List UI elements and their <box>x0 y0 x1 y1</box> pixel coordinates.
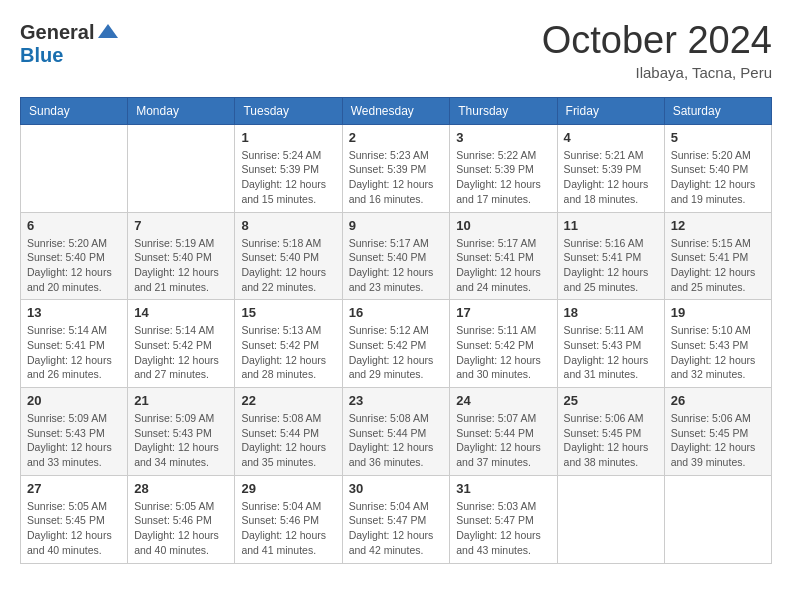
calendar-cell: 6Sunrise: 5:20 AMSunset: 5:40 PMDaylight… <box>21 212 128 300</box>
day-info: Sunrise: 5:17 AMSunset: 5:40 PMDaylight:… <box>349 236 444 295</box>
day-info: Sunrise: 5:08 AMSunset: 5:44 PMDaylight:… <box>349 411 444 470</box>
day-info: Sunrise: 5:11 AMSunset: 5:42 PMDaylight:… <box>456 323 550 382</box>
day-info: Sunrise: 5:04 AMSunset: 5:47 PMDaylight:… <box>349 499 444 558</box>
calendar-cell: 22Sunrise: 5:08 AMSunset: 5:44 PMDayligh… <box>235 388 342 476</box>
day-info: Sunrise: 5:20 AMSunset: 5:40 PMDaylight:… <box>671 148 765 207</box>
day-number: 10 <box>456 218 550 233</box>
day-number: 14 <box>134 305 228 320</box>
day-number: 22 <box>241 393 335 408</box>
calendar-cell: 21Sunrise: 5:09 AMSunset: 5:43 PMDayligh… <box>128 388 235 476</box>
day-info: Sunrise: 5:03 AMSunset: 5:47 PMDaylight:… <box>456 499 550 558</box>
day-number: 15 <box>241 305 335 320</box>
day-number: 24 <box>456 393 550 408</box>
day-number: 11 <box>564 218 658 233</box>
day-number: 19 <box>671 305 765 320</box>
calendar-cell: 14Sunrise: 5:14 AMSunset: 5:42 PMDayligh… <box>128 300 235 388</box>
calendar-cell: 10Sunrise: 5:17 AMSunset: 5:41 PMDayligh… <box>450 212 557 300</box>
day-number: 4 <box>564 130 658 145</box>
day-number: 6 <box>27 218 121 233</box>
day-number: 28 <box>134 481 228 496</box>
logo-blue: Blue <box>20 44 63 67</box>
logo-general: General <box>20 21 94 44</box>
day-number: 9 <box>349 218 444 233</box>
location: Ilabaya, Tacna, Peru <box>542 64 772 81</box>
day-info: Sunrise: 5:14 AMSunset: 5:41 PMDaylight:… <box>27 323 121 382</box>
day-number: 31 <box>456 481 550 496</box>
day-number: 2 <box>349 130 444 145</box>
calendar-cell: 5Sunrise: 5:20 AMSunset: 5:40 PMDaylight… <box>664 124 771 212</box>
calendar-cell: 2Sunrise: 5:23 AMSunset: 5:39 PMDaylight… <box>342 124 450 212</box>
day-number: 18 <box>564 305 658 320</box>
day-number: 29 <box>241 481 335 496</box>
header-sunday: Sunday <box>21 97 128 124</box>
day-info: Sunrise: 5:23 AMSunset: 5:39 PMDaylight:… <box>349 148 444 207</box>
day-number: 7 <box>134 218 228 233</box>
calendar-cell: 11Sunrise: 5:16 AMSunset: 5:41 PMDayligh… <box>557 212 664 300</box>
day-number: 8 <box>241 218 335 233</box>
day-number: 27 <box>27 481 121 496</box>
day-number: 3 <box>456 130 550 145</box>
calendar-cell: 20Sunrise: 5:09 AMSunset: 5:43 PMDayligh… <box>21 388 128 476</box>
header-wednesday: Wednesday <box>342 97 450 124</box>
header-friday: Friday <box>557 97 664 124</box>
week-row-1: 1Sunrise: 5:24 AMSunset: 5:39 PMDaylight… <box>21 124 772 212</box>
day-number: 16 <box>349 305 444 320</box>
week-row-5: 27Sunrise: 5:05 AMSunset: 5:45 PMDayligh… <box>21 475 772 563</box>
day-info: Sunrise: 5:05 AMSunset: 5:45 PMDaylight:… <box>27 499 121 558</box>
day-number: 12 <box>671 218 765 233</box>
header-monday: Monday <box>128 97 235 124</box>
calendar-cell: 26Sunrise: 5:06 AMSunset: 5:45 PMDayligh… <box>664 388 771 476</box>
calendar-cell <box>557 475 664 563</box>
header-thursday: Thursday <box>450 97 557 124</box>
calendar-cell: 4Sunrise: 5:21 AMSunset: 5:39 PMDaylight… <box>557 124 664 212</box>
week-row-4: 20Sunrise: 5:09 AMSunset: 5:43 PMDayligh… <box>21 388 772 476</box>
calendar-cell: 29Sunrise: 5:04 AMSunset: 5:46 PMDayligh… <box>235 475 342 563</box>
day-info: Sunrise: 5:20 AMSunset: 5:40 PMDaylight:… <box>27 236 121 295</box>
day-number: 30 <box>349 481 444 496</box>
day-number: 26 <box>671 393 765 408</box>
day-info: Sunrise: 5:10 AMSunset: 5:43 PMDaylight:… <box>671 323 765 382</box>
calendar-cell: 13Sunrise: 5:14 AMSunset: 5:41 PMDayligh… <box>21 300 128 388</box>
calendar-cell: 18Sunrise: 5:11 AMSunset: 5:43 PMDayligh… <box>557 300 664 388</box>
day-info: Sunrise: 5:19 AMSunset: 5:40 PMDaylight:… <box>134 236 228 295</box>
calendar-cell: 17Sunrise: 5:11 AMSunset: 5:42 PMDayligh… <box>450 300 557 388</box>
day-info: Sunrise: 5:04 AMSunset: 5:46 PMDaylight:… <box>241 499 335 558</box>
day-info: Sunrise: 5:24 AMSunset: 5:39 PMDaylight:… <box>241 148 335 207</box>
calendar-cell: 30Sunrise: 5:04 AMSunset: 5:47 PMDayligh… <box>342 475 450 563</box>
day-info: Sunrise: 5:18 AMSunset: 5:40 PMDaylight:… <box>241 236 335 295</box>
day-info: Sunrise: 5:13 AMSunset: 5:42 PMDaylight:… <box>241 323 335 382</box>
svg-marker-0 <box>98 24 118 38</box>
calendar-cell: 27Sunrise: 5:05 AMSunset: 5:45 PMDayligh… <box>21 475 128 563</box>
calendar-header-row: SundayMondayTuesdayWednesdayThursdayFrid… <box>21 97 772 124</box>
calendar-cell: 31Sunrise: 5:03 AMSunset: 5:47 PMDayligh… <box>450 475 557 563</box>
calendar-cell: 28Sunrise: 5:05 AMSunset: 5:46 PMDayligh… <box>128 475 235 563</box>
calendar-cell: 16Sunrise: 5:12 AMSunset: 5:42 PMDayligh… <box>342 300 450 388</box>
day-info: Sunrise: 5:08 AMSunset: 5:44 PMDaylight:… <box>241 411 335 470</box>
calendar-cell: 12Sunrise: 5:15 AMSunset: 5:41 PMDayligh… <box>664 212 771 300</box>
day-number: 13 <box>27 305 121 320</box>
week-row-2: 6Sunrise: 5:20 AMSunset: 5:40 PMDaylight… <box>21 212 772 300</box>
calendar-cell: 1Sunrise: 5:24 AMSunset: 5:39 PMDaylight… <box>235 124 342 212</box>
day-number: 20 <box>27 393 121 408</box>
day-number: 25 <box>564 393 658 408</box>
calendar-cell: 15Sunrise: 5:13 AMSunset: 5:42 PMDayligh… <box>235 300 342 388</box>
day-info: Sunrise: 5:15 AMSunset: 5:41 PMDaylight:… <box>671 236 765 295</box>
day-info: Sunrise: 5:21 AMSunset: 5:39 PMDaylight:… <box>564 148 658 207</box>
calendar-cell: 23Sunrise: 5:08 AMSunset: 5:44 PMDayligh… <box>342 388 450 476</box>
page-header: General Blue October 2024 Ilabaya, Tacna… <box>20 20 772 81</box>
day-info: Sunrise: 5:14 AMSunset: 5:42 PMDaylight:… <box>134 323 228 382</box>
day-info: Sunrise: 5:06 AMSunset: 5:45 PMDaylight:… <box>564 411 658 470</box>
day-info: Sunrise: 5:05 AMSunset: 5:46 PMDaylight:… <box>134 499 228 558</box>
logo: General Blue <box>20 20 120 67</box>
header-saturday: Saturday <box>664 97 771 124</box>
calendar-cell: 7Sunrise: 5:19 AMSunset: 5:40 PMDaylight… <box>128 212 235 300</box>
day-info: Sunrise: 5:07 AMSunset: 5:44 PMDaylight:… <box>456 411 550 470</box>
month-title: October 2024 <box>542 20 772 62</box>
day-number: 23 <box>349 393 444 408</box>
calendar-cell: 8Sunrise: 5:18 AMSunset: 5:40 PMDaylight… <box>235 212 342 300</box>
calendar-cell <box>128 124 235 212</box>
calendar-cell: 25Sunrise: 5:06 AMSunset: 5:45 PMDayligh… <box>557 388 664 476</box>
day-number: 21 <box>134 393 228 408</box>
calendar-cell <box>664 475 771 563</box>
calendar-cell: 9Sunrise: 5:17 AMSunset: 5:40 PMDaylight… <box>342 212 450 300</box>
